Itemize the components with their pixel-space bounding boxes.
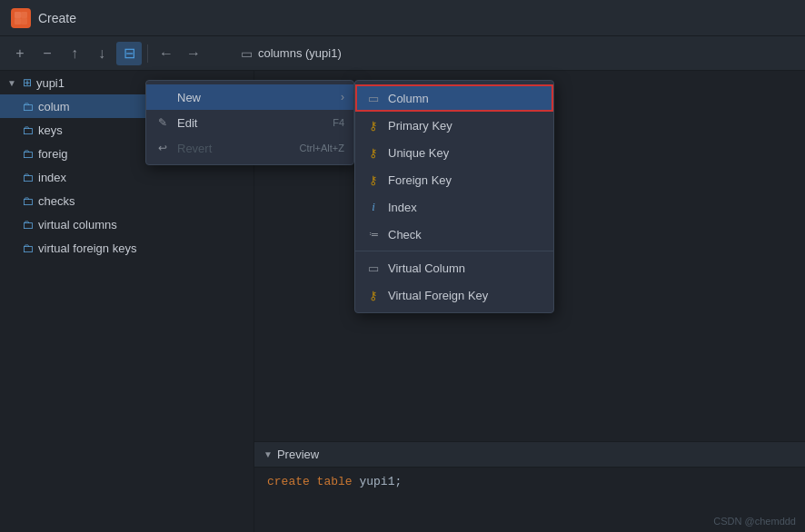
tree-label-keys: keys [38, 123, 63, 137]
sub-item-primary-key[interactable]: ⚷ Primary Key [355, 112, 553, 139]
sub-virtual-foreign-key-icon: ⚷ [366, 289, 381, 302]
toolbar-copy-btn[interactable]: ⊟ [116, 42, 142, 65]
toolbar-up-btn[interactable]: ↑ [62, 42, 87, 65]
app-logo [11, 8, 31, 28]
ctx-revert-shortcut: Ctrl+Alt+Z [299, 143, 344, 153]
ctx-item-revert: ↩ Revert Ctrl+Alt+Z [146, 135, 353, 161]
ctx-edit-label: Edit [177, 116, 325, 130]
title-bar: Create [0, 0, 805, 36]
code-table-name: yupi1 [359, 475, 394, 488]
ctx-edit-icon: ✎ [155, 116, 170, 129]
code-keyword-create: create table [267, 475, 359, 488]
sub-check-label: Check [388, 228, 542, 241]
sub-column-icon: ▭ [366, 92, 381, 105]
ctx-edit-shortcut: F4 [333, 117, 344, 128]
ctx-revert-label: Revert [177, 142, 292, 155]
svg-rect-1 [21, 12, 27, 18]
folder-icon-index: 🗀 [22, 171, 34, 184]
folder-icon-columns: 🗀 [22, 100, 34, 113]
tree-label-yupi1: yupi1 [36, 76, 65, 90]
sub-virtual-column-label: Virtual Column [388, 261, 542, 275]
sub-unique-key-label: Unique Key [388, 146, 542, 160]
tree-label-columns: colum [38, 100, 70, 113]
sub-item-virtual-column[interactable]: ▭ Virtual Column [355, 254, 553, 281]
folder-icon-keys: 🗀 [22, 123, 34, 137]
sub-foreign-key-icon: ⚷ [366, 173, 381, 187]
toolbar-remove-btn[interactable]: − [35, 42, 60, 65]
sub-column-label: Column [388, 92, 542, 105]
preview-arrow: ▼ [263, 449, 273, 459]
tree-label-virtual-columns: virtual columns [38, 218, 117, 232]
tree-item-virtual-foreign-keys[interactable]: 🗀 virtual foreign keys [0, 236, 253, 260]
tree-label-index: index [38, 171, 66, 184]
preview-title: Preview [277, 448, 319, 461]
watermark: CSDN @chemddd [713, 516, 796, 527]
sub-index-icon: i [366, 200, 381, 214]
toolbar-divider [147, 44, 148, 63]
table-icon: ⊞ [23, 76, 32, 89]
tree-label-foreign: foreig [38, 147, 68, 161]
tree-label-virtual-foreign-keys: virtual foreign keys [38, 241, 136, 255]
code-semicolon: ; [394, 475, 402, 488]
tree-item-virtual-columns[interactable]: 🗀 virtual columns [0, 212, 253, 236]
toolbar: + − ↑ ↓ ⊟ ← → ▭ columns (yupi1) [0, 36, 805, 71]
tree-item-index[interactable]: 🗀 index [0, 165, 253, 189]
sub-item-foreign-key[interactable]: ⚷ Foreign Key [355, 166, 553, 193]
folder-icon-virtual-columns: 🗀 [22, 218, 34, 232]
sub-item-virtual-foreign-key[interactable]: ⚷ Virtual Foreign Key [355, 281, 553, 309]
ctx-revert-icon: ↩ [155, 142, 170, 154]
context-menu-sub: ▭ Column ⚷ Primary Key ⚷ Unique Key ⚷ Fo… [354, 80, 554, 313]
sub-foreign-key-label: Foreign Key [388, 173, 542, 187]
ctx-item-new[interactable]: New › [146, 84, 353, 110]
sub-check-icon: ≔ [366, 229, 381, 241]
sub-item-column[interactable]: ▭ Column [355, 84, 553, 112]
tree-expand-arrow: ▼ [7, 78, 16, 88]
preview-header[interactable]: ▼ Preview [254, 442, 805, 468]
tab-label-text: columns (yupi1) [258, 46, 342, 60]
sub-virtual-column-icon: ▭ [366, 261, 381, 275]
tree-label-checks: checks [38, 194, 75, 208]
toolbar-forward-btn[interactable]: → [181, 42, 206, 65]
toolbar-add-btn[interactable]: + [7, 42, 33, 65]
tree-item-checks[interactable]: 🗀 checks [0, 189, 253, 212]
sub-item-index[interactable]: i Index [355, 193, 553, 221]
folder-icon-virtual-foreign-keys: 🗀 [22, 241, 34, 255]
tab-columns: ▭ columns (yupi1) [226, 36, 356, 71]
toolbar-down-btn[interactable]: ↓ [89, 42, 114, 65]
folder-icon-checks: 🗀 [22, 194, 34, 208]
sub-divider [355, 251, 553, 251]
context-menu-primary: New › ✎ Edit F4 ↩ Revert Ctrl+Alt+Z [145, 80, 354, 165]
sub-unique-key-icon: ⚷ [366, 146, 381, 160]
ctx-new-label: New [177, 91, 333, 104]
svg-rect-0 [15, 12, 21, 18]
sub-index-label: Index [388, 201, 542, 214]
app-title: Create [38, 11, 76, 25]
ctx-new-arrow: › [341, 91, 344, 103]
tab-table-icon: ▭ [241, 46, 253, 61]
sub-item-unique-key[interactable]: ⚷ Unique Key [355, 139, 553, 166]
sub-item-check[interactable]: ≔ Check [355, 221, 553, 248]
svg-rect-3 [21, 18, 27, 25]
sub-primary-key-icon: ⚷ [366, 119, 381, 133]
ctx-item-edit[interactable]: ✎ Edit F4 [146, 110, 353, 135]
folder-icon-foreign: 🗀 [22, 147, 34, 161]
sub-primary-key-label: Primary Key [388, 119, 542, 133]
toolbar-back-btn[interactable]: ← [154, 42, 179, 65]
sub-virtual-foreign-key-label: Virtual Foreign Key [388, 289, 542, 302]
svg-rect-2 [15, 18, 21, 25]
